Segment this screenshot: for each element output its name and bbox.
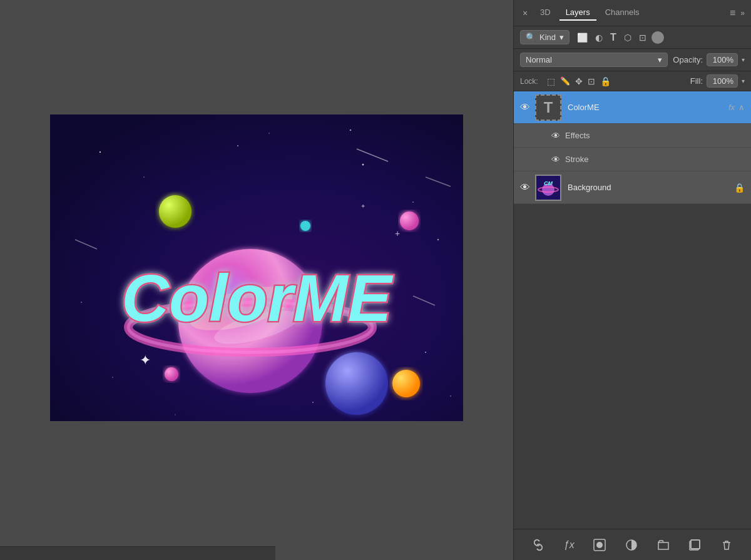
layer-lock-background: 🔒 xyxy=(734,183,745,193)
panel-menu-icon[interactable]: ≡ xyxy=(730,8,735,19)
new-group-button[interactable] xyxy=(653,536,673,554)
filter-pixel-icon[interactable]: ⬜ xyxy=(576,31,589,44)
lock-position-icon[interactable]: ✥ xyxy=(575,76,583,86)
svg-text:✦: ✦ xyxy=(360,203,365,210)
panel-tabs: 3D Layers Channels xyxy=(534,5,730,21)
stroke-visibility-icon[interactable]: 👁 xyxy=(551,155,560,165)
canvas-image[interactable]: ✦ + + ✦ xyxy=(50,115,463,421)
blend-mode-arrow-icon: ▾ xyxy=(658,55,662,64)
layer-visibility-background[interactable]: 👁 xyxy=(520,182,530,193)
svg-point-9 xyxy=(425,351,426,352)
svg-point-31 xyxy=(325,352,388,415)
svg-rect-43 xyxy=(691,540,700,549)
layer-stroke-item: 👁 Stroke xyxy=(514,148,751,171)
svg-point-12 xyxy=(175,414,175,415)
layer-visibility-colorme[interactable]: 👁 xyxy=(520,102,530,113)
svg-text:✦: ✦ xyxy=(140,352,151,368)
new-layer-button[interactable] xyxy=(685,536,705,554)
filter-icons: ⬜ ◐ T ⬡ ⊡ xyxy=(576,31,648,44)
layer-item-colorme[interactable]: 👁 T ColorME fx ∧ xyxy=(514,91,751,124)
svg-point-23 xyxy=(300,221,310,231)
kind-label: Kind xyxy=(539,33,556,42)
filter-shape-icon[interactable]: ⬡ xyxy=(623,31,633,44)
layer-effects-header: 👁 Effects xyxy=(514,124,751,148)
filter-type-icon[interactable]: T xyxy=(609,31,618,44)
lock-all-icon[interactable]: 🔒 xyxy=(600,76,611,86)
filter-smart-icon[interactable]: ⊡ xyxy=(638,31,648,44)
layer-collapse-colorme[interactable]: ∧ xyxy=(738,103,745,112)
svg-point-6 xyxy=(437,238,439,240)
svg-text:CM: CM xyxy=(544,180,553,186)
opacity-value[interactable]: 100% xyxy=(707,53,738,66)
effects-visibility-icon[interactable]: 👁 xyxy=(551,131,560,141)
add-mask-button[interactable] xyxy=(590,536,610,554)
panel-close-button[interactable]: × xyxy=(520,8,530,18)
fill-label: Fill: xyxy=(690,76,703,86)
svg-point-32 xyxy=(165,367,178,381)
effects-label: Effects xyxy=(565,131,590,140)
tab-layers[interactable]: Layers xyxy=(559,5,596,21)
layer-thumbnail-background: CM xyxy=(535,175,561,201)
filter-adjustment-icon[interactable]: ◐ xyxy=(594,31,604,44)
fill-chevron-icon[interactable]: ▾ xyxy=(742,78,745,84)
tab-3d[interactable]: 3D xyxy=(534,5,557,21)
fill-value[interactable]: 100% xyxy=(707,74,738,88)
svg-point-14 xyxy=(350,129,351,130)
fx-label: ƒx xyxy=(564,539,575,551)
stroke-label: Stroke xyxy=(565,155,589,164)
blend-mode-label: Normal xyxy=(526,55,552,64)
svg-point-5 xyxy=(412,201,414,203)
canvas-svg: ✦ + + ✦ xyxy=(50,115,463,421)
filter-row: 🔍 Kind ▾ ⬜ ◐ T ⬡ ⊡ xyxy=(514,26,751,49)
lock-icons: ⬚ ✏️ ✥ ⊡ 🔒 xyxy=(547,76,611,86)
status-bar xyxy=(0,546,275,560)
blend-mode-select[interactable]: Normal ▾ xyxy=(520,53,668,67)
delete-layer-button[interactable] xyxy=(717,536,737,554)
opacity-chevron-icon[interactable]: ▾ xyxy=(742,56,745,63)
svg-text:+: + xyxy=(395,228,400,238)
layer-name-background: Background xyxy=(568,183,734,192)
filter-toggle-circle[interactable] xyxy=(651,31,664,44)
add-fx-button[interactable]: ƒx xyxy=(560,537,578,553)
search-icon: 🔍 xyxy=(526,33,536,42)
layers-empty-space xyxy=(514,204,751,442)
layers-panel: × 3D Layers Channels ≡ » 🔍 Kind ▾ ⬜ ◐ T … xyxy=(513,0,751,560)
svg-point-30 xyxy=(400,211,419,230)
lock-transparency-icon[interactable]: ⬚ xyxy=(547,76,555,86)
kind-select[interactable]: 🔍 Kind ▾ xyxy=(520,30,570,44)
layers-toolbar: ƒx xyxy=(514,529,751,560)
new-adjustment-button[interactable] xyxy=(621,536,641,554)
svg-point-1 xyxy=(100,151,101,152)
panel-collapse-button[interactable]: » xyxy=(740,9,745,18)
opacity-label: Opacity: xyxy=(673,55,703,64)
lock-row: Lock: ⬚ ✏️ ✥ ⊡ 🔒 Fill: 100% ▾ xyxy=(514,71,751,91)
layers-list: 👁 T ColorME fx ∧ 👁 Effects 👁 Stroke 👁 xyxy=(514,91,751,529)
svg-point-8 xyxy=(112,377,113,378)
panel-header: × 3D Layers Channels ≡ » xyxy=(514,0,751,26)
layer-fx-colorme[interactable]: fx xyxy=(728,103,735,112)
layer-item-background[interactable]: 👁 CM Background 🔒 xyxy=(514,171,751,204)
link-layers-button[interactable] xyxy=(528,536,548,554)
svg-point-13 xyxy=(268,133,270,134)
svg-point-2 xyxy=(143,176,145,178)
svg-point-4 xyxy=(362,163,364,165)
svg-text:ColorME: ColorME xyxy=(121,262,394,335)
lock-label: Lock: xyxy=(520,77,538,86)
svg-point-3 xyxy=(237,145,238,146)
tab-channels[interactable]: Channels xyxy=(599,5,646,21)
opacity-control: Opacity: 100% ▾ xyxy=(673,53,745,66)
lock-image-icon[interactable]: ✏️ xyxy=(560,76,570,86)
fill-control: Fill: 100% ▾ xyxy=(690,74,745,88)
blend-row: Normal ▾ Opacity: 100% ▾ xyxy=(514,49,751,71)
layer-thumbnail-colorme: T xyxy=(535,94,561,121)
svg-point-24 xyxy=(159,195,192,228)
svg-point-33 xyxy=(392,370,420,397)
text-layer-icon: T xyxy=(544,99,553,116)
svg-point-10 xyxy=(450,395,451,397)
layer-name-colorme: ColorME xyxy=(568,103,728,112)
svg-point-40 xyxy=(596,542,603,548)
canvas-wrapper: ✦ + + ✦ xyxy=(50,115,463,421)
svg-point-7 xyxy=(81,302,82,303)
lock-artboard-icon[interactable]: ⊡ xyxy=(588,76,595,86)
svg-point-11 xyxy=(312,402,314,403)
